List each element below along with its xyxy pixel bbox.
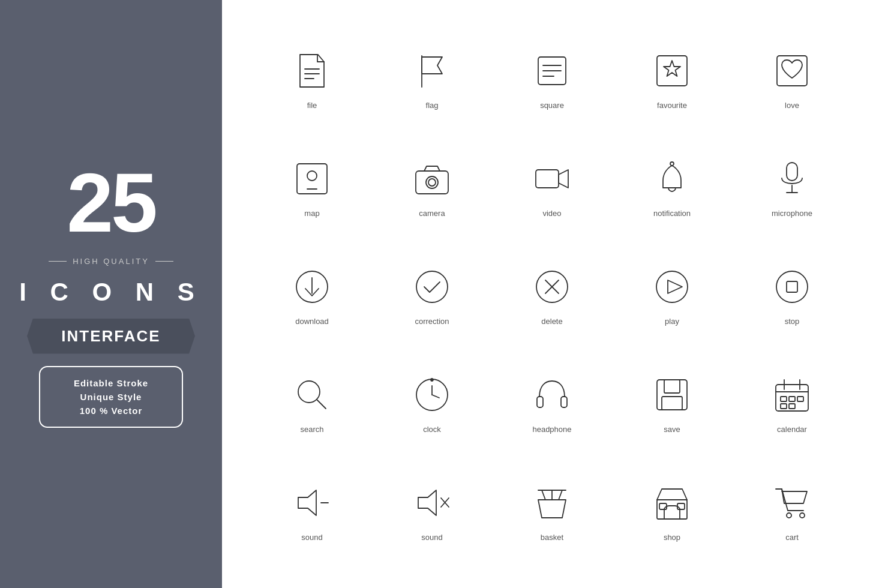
favourite-label: favourite [657, 101, 687, 110]
camera-label: camera [419, 209, 445, 218]
svg-line-33 [317, 400, 326, 409]
stop-label: stop [785, 317, 800, 326]
cart-icon [768, 479, 816, 527]
headphone-label: headphone [532, 425, 571, 434]
svg-line-36 [432, 395, 439, 398]
save-icon [648, 371, 696, 419]
svg-point-37 [431, 379, 433, 381]
square-label: square [540, 101, 564, 110]
svg-point-66 [800, 513, 805, 518]
map-icon [288, 155, 336, 203]
camera-icon [408, 155, 456, 203]
download-icon [288, 263, 336, 311]
feature-vector: 100 % Vector [58, 406, 164, 416]
cart-label: cart [785, 533, 799, 542]
svg-marker-29 [668, 280, 682, 293]
icon-cell-basket: basket [492, 456, 612, 564]
icon-cell-sound-minus: sound [252, 456, 372, 564]
notification-icon [648, 155, 696, 203]
icon-cell-headphone: headphone [492, 348, 612, 456]
icon-cell-notification: notification [612, 132, 732, 240]
save-label: save [664, 425, 680, 434]
icons-title: I C O N S [19, 278, 203, 307]
shop-label: shop [664, 533, 680, 542]
file-label: file [307, 101, 317, 110]
left-panel: 25 HIGH QUALITY I C O N S INTERFACE Edit… [0, 0, 222, 588]
love-icon [768, 47, 816, 95]
delete-icon [528, 263, 576, 311]
icon-cell-favourite: favourite [612, 24, 732, 132]
flag-icon [408, 47, 456, 95]
svg-rect-51 [789, 404, 795, 409]
favourite-icon [648, 47, 696, 95]
svg-rect-14 [416, 171, 448, 194]
svg-rect-47 [781, 397, 787, 401]
svg-point-28 [656, 271, 688, 302]
icon-cell-search: search [252, 348, 372, 456]
svg-rect-10 [777, 56, 807, 86]
basket-label: basket [541, 533, 563, 542]
headphone-icon [528, 371, 576, 419]
dash-right [155, 261, 173, 262]
icon-cell-map: map [252, 132, 372, 240]
clock-icon [408, 371, 456, 419]
search-label: search [300, 425, 323, 434]
notification-label: notification [653, 209, 691, 218]
feature-style: Unique Style [58, 392, 164, 402]
stop-icon [768, 263, 816, 311]
play-label: play [665, 317, 679, 326]
svg-point-16 [428, 179, 436, 186]
svg-marker-9 [664, 61, 680, 76]
svg-marker-52 [298, 490, 316, 515]
shop-icon [648, 479, 696, 527]
svg-line-58 [559, 490, 562, 500]
flag-label: flag [426, 101, 439, 110]
icon-cell-cart: cart [732, 456, 852, 564]
svg-point-65 [787, 513, 791, 518]
download-label: download [295, 317, 329, 326]
icon-cell-delete: delete [492, 240, 612, 348]
svg-rect-48 [789, 397, 795, 401]
svg-marker-54 [418, 490, 436, 515]
icons-grid: file flag [252, 24, 852, 564]
svg-rect-19 [787, 163, 797, 181]
delete-label: delete [541, 317, 562, 326]
map-label: map [304, 209, 319, 218]
calendar-label: calendar [777, 425, 807, 434]
features-box: Editable Stroke Unique Style 100 % Vecto… [39, 366, 183, 428]
file-icon [288, 47, 336, 95]
search-icon [288, 371, 336, 419]
hq-label: HIGH QUALITY [73, 257, 149, 266]
interface-banner: INTERFACE [27, 319, 195, 354]
basket-icon [528, 479, 576, 527]
icon-cell-save: save [612, 348, 732, 456]
svg-point-24 [416, 271, 448, 302]
svg-rect-50 [781, 404, 787, 409]
microphone-label: microphone [772, 209, 812, 218]
icon-cell-sound-mute: sound [372, 456, 492, 564]
sound-minus-label: sound [301, 533, 322, 542]
svg-rect-17 [536, 170, 559, 188]
microphone-icon [768, 155, 816, 203]
svg-rect-38 [537, 397, 543, 407]
calendar-icon [768, 371, 816, 419]
icon-cell-calendar: calendar [732, 348, 852, 456]
right-panel: file flag [222, 0, 882, 588]
sound-mute-icon [408, 479, 456, 527]
icon-cell-square: square [492, 24, 612, 132]
number-display: 25 [67, 161, 155, 245]
icon-cell-file: file [252, 24, 372, 132]
dash-left [49, 261, 67, 262]
video-icon [528, 155, 576, 203]
icon-cell-flag: flag [372, 24, 492, 132]
svg-line-57 [542, 490, 545, 500]
svg-rect-42 [662, 397, 682, 410]
svg-point-30 [776, 271, 808, 302]
icon-cell-correction: correction [372, 240, 492, 348]
icon-cell-microphone: microphone [732, 132, 852, 240]
love-label: love [785, 101, 799, 110]
svg-point-12 [307, 171, 317, 181]
main-container: 25 HIGH QUALITY I C O N S INTERFACE Edit… [0, 0, 882, 588]
icon-cell-stop: stop [732, 240, 852, 348]
icon-cell-love: love [732, 24, 852, 132]
